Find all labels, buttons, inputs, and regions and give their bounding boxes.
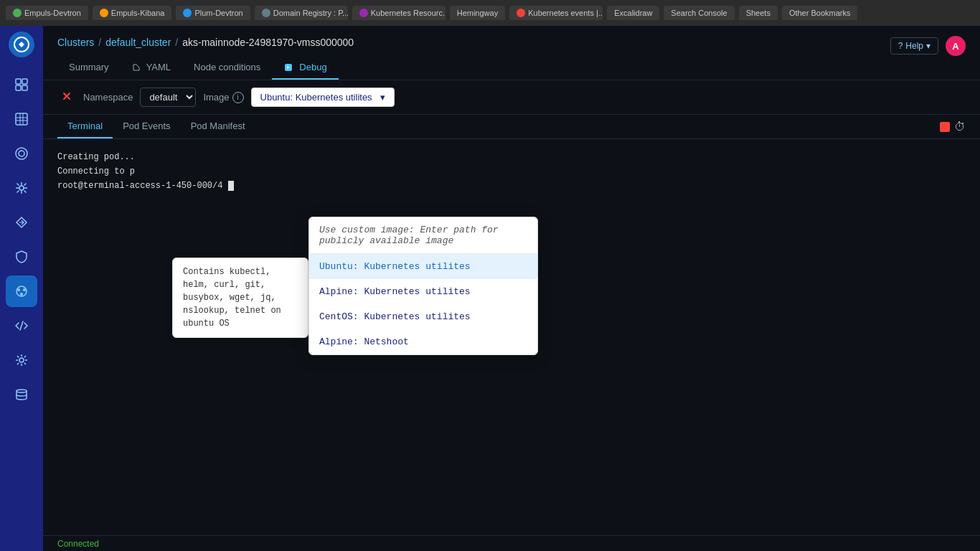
chevron-down-icon: ▾ (380, 92, 385, 103)
browser-tab-sheets[interactable]: Sheets (739, 6, 778, 20)
tab-summary[interactable]: Summary (57, 56, 121, 80)
terminal-area[interactable]: Creating pod... Connecting to p root@ter… (43, 139, 980, 535)
sidebar-item-config[interactable] (6, 344, 37, 376)
dropdown-item-centos[interactable]: CentOS: Kubernetes utilites (309, 304, 537, 329)
svg-point-10 (19, 151, 24, 156)
browser-tab-empuls-kibana[interactable]: Empuls-Kibana (93, 6, 172, 20)
breadcrumb-node: aks-mainnode-24981970-vmss000000 (182, 37, 354, 48)
sidebar (0, 26, 43, 551)
dropdown-item-alpine-netshoot[interactable]: Alpine: Netshoot (309, 329, 537, 354)
browser-tab-hemingway[interactable]: Hemingway (450, 6, 505, 20)
sidebar-item-deploy[interactable] (6, 207, 37, 238)
breadcrumb-clusters[interactable]: Clusters (57, 37, 94, 48)
svg-point-16 (20, 293, 23, 296)
svg-rect-5 (16, 113, 27, 125)
sub-tab-pod-events[interactable]: Pod Events (113, 115, 181, 138)
browser-tab-empuls-devtron[interactable]: Empuls-Devtron (6, 6, 88, 20)
sidebar-item-pods[interactable] (6, 276, 37, 307)
image-label: Image i (203, 92, 243, 103)
browser-tab-excalidraw[interactable]: Excalidraw (607, 6, 659, 20)
status-bar: Connected (43, 535, 980, 551)
browser-tab-plum-devtron[interactable]: Plum-Devtron (176, 6, 250, 20)
browser-tab-k8s-events[interactable]: Kubernetes events |... (509, 6, 603, 20)
svg-line-17 (20, 321, 23, 330)
info-icon[interactable]: i (232, 92, 244, 103)
tab-debug[interactable]: Debug (272, 56, 338, 80)
tab-node-conditions[interactable]: Node conditions (182, 56, 272, 80)
dropdown-custom-header: Use custom image: Enter path for publicl… (309, 217, 537, 254)
help-button[interactable]: ? Help ▾ (890, 37, 938, 55)
svg-point-19 (17, 390, 27, 392)
sidebar-item-security[interactable] (6, 241, 37, 273)
namespace-select[interactable]: default (140, 88, 196, 107)
sidebar-item-code[interactable] (6, 310, 37, 342)
image-dropdown[interactable]: Ubuntu: Kubernetes utilites ▾ (251, 88, 395, 107)
sub-tab-terminal[interactable]: Terminal (57, 115, 113, 138)
sidebar-item-cluster[interactable] (6, 172, 37, 204)
svg-rect-3 (16, 85, 21, 90)
close-button[interactable] (57, 90, 76, 105)
status-connected: Connected (57, 539, 99, 549)
browser-tab-k8s-resources[interactable]: Kubernetes Resourc... (352, 6, 446, 20)
terminal-line-1: Creating pod... (57, 151, 966, 164)
breadcrumb-sep2: / (175, 37, 178, 48)
page-tabs: Summary YAML Node conditions Debu (57, 56, 966, 80)
history-button[interactable]: ⏱ (954, 121, 966, 133)
image-dropdown-menu: Use custom image: Enter path for publicl… (308, 217, 538, 355)
page-header: Clusters / default_cluster / aks-mainnod… (43, 26, 980, 80)
dropdown-item-ubuntu[interactable]: Ubuntu: Kubernetes utilites (309, 254, 537, 279)
app-layout: Clusters / default_cluster / aks-mainnod… (0, 26, 980, 551)
tooltip-box: Contains kubectl, helm, curl, git, busyb… (172, 258, 308, 338)
svg-rect-4 (22, 85, 27, 90)
tab-yaml[interactable]: YAML (121, 56, 182, 80)
sub-tab-controls: ⏱ (940, 121, 966, 133)
dropdown-item-alpine-k8s[interactable]: Alpine: Kubernetes utilites (309, 279, 537, 304)
svg-point-12 (19, 186, 24, 190)
breadcrumb-default-cluster[interactable]: default_cluster (105, 37, 171, 48)
svg-rect-2 (22, 79, 27, 84)
terminal-line-3: root@terminal-access-1-450-000/4 (57, 179, 966, 192)
sub-tabs: Terminal Pod Events Pod Manifest ⏱ (43, 115, 980, 139)
browser-tab-bookmarks[interactable]: Other Bookmarks (782, 6, 858, 20)
browser-tab-search-console[interactable]: Search Console (664, 6, 734, 20)
sub-tab-pod-manifest[interactable]: Pod Manifest (181, 115, 255, 138)
help-circle-icon: ? (898, 41, 903, 51)
terminal-line-2: Connecting to p (57, 165, 966, 178)
svg-point-18 (19, 358, 24, 362)
svg-rect-1 (16, 79, 21, 84)
stop-button[interactable] (940, 122, 950, 132)
breadcrumb-sep1: / (98, 37, 101, 48)
app-logo[interactable] (9, 32, 34, 57)
main-content: Clusters / default_cluster / aks-mainnod… (43, 26, 980, 551)
sidebar-item-apps[interactable] (6, 138, 37, 169)
sidebar-item-grid[interactable] (6, 103, 37, 135)
toolbar: Namespace default Image i Ubuntu: Kubern… (43, 80, 980, 115)
svg-point-14 (17, 288, 20, 291)
svg-point-11 (16, 148, 27, 159)
browser-tab-domain[interactable]: Domain Registry : P... (255, 6, 348, 20)
avatar[interactable]: A (946, 36, 966, 56)
namespace-label: Namespace (83, 92, 133, 103)
sidebar-item-stack[interactable] (6, 379, 37, 410)
chevron-down-icon: ▾ (926, 41, 930, 51)
svg-point-15 (23, 288, 26, 291)
sidebar-item-dashboard[interactable] (6, 69, 37, 100)
breadcrumb: Clusters / default_cluster / aks-mainnod… (57, 37, 354, 48)
terminal-cursor (228, 181, 234, 191)
browser-bar: Empuls-Devtron Empuls-Kibana Plum-Devtro… (0, 0, 980, 26)
